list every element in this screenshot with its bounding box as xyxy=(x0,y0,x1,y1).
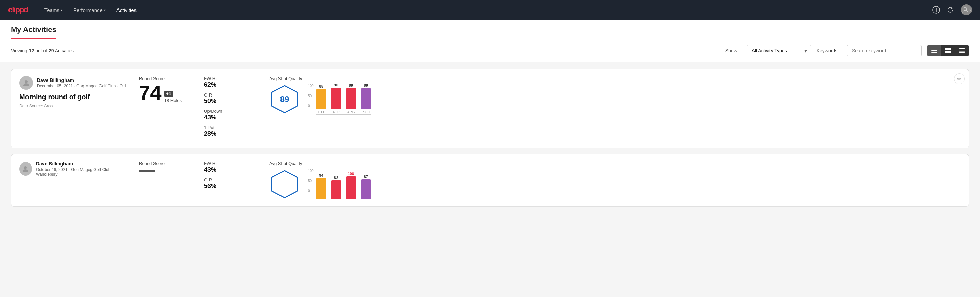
fw-hit-stat: FW Hit 62% xyxy=(204,76,258,88)
round-score-label: Round Score xyxy=(139,76,193,81)
nav-actions: ▾ xyxy=(932,5,972,15)
user-date: December 05, 2021 - Gog Magog Golf Club … xyxy=(37,84,126,88)
bar-putt-fill xyxy=(361,88,371,109)
activities-list: ✏ Dave Billingham December 05, 2021 - Go… xyxy=(0,62,980,219)
bar2-putt: 87 xyxy=(361,175,371,199)
activity-title: Morning round of golf xyxy=(19,93,128,101)
teams-chevron-icon: ▾ xyxy=(61,8,62,12)
svg-marker-18 xyxy=(272,171,298,198)
user-info: Dave Billingham December 05, 2021 - Gog … xyxy=(37,77,126,88)
bar2-ott: 94 xyxy=(317,173,326,199)
view-toggles xyxy=(927,45,969,56)
edit-button[interactable]: ✏ xyxy=(954,73,965,84)
svg-rect-13 xyxy=(959,51,965,52)
holes-label: 18 Holes xyxy=(164,98,182,103)
svg-rect-9 xyxy=(945,51,948,53)
hex-container-2 xyxy=(269,169,300,200)
activity-type-select[interactable]: All Activity Types xyxy=(747,45,811,56)
score-placeholder xyxy=(139,170,155,172)
page-title: My Activities xyxy=(11,25,56,39)
page-header: My Activities xyxy=(0,20,980,40)
activity-type-select-wrapper[interactable]: All Activity Types xyxy=(747,45,811,56)
refresh-button[interactable] xyxy=(947,6,954,14)
nav-teams[interactable]: Teams ▾ xyxy=(45,7,62,13)
keywords-label: Keywords: xyxy=(817,48,839,53)
bars-container-2: 94 82 106 xyxy=(317,169,371,200)
svg-point-15 xyxy=(25,80,27,83)
stats-group-2: FW Hit 43% GIR 56% xyxy=(204,161,258,194)
bar-ott-fill xyxy=(317,89,326,109)
svg-point-3 xyxy=(964,8,967,10)
asq-label: Avg Shot Quality xyxy=(269,76,371,81)
show-label: Show: xyxy=(725,48,738,53)
list-view-toggle[interactable] xyxy=(928,45,941,56)
svg-rect-4 xyxy=(931,49,937,49)
svg-rect-12 xyxy=(959,50,965,50)
svg-rect-11 xyxy=(959,48,965,49)
user-name: Dave Billingham xyxy=(37,77,126,83)
fw-hit-stat-2: FW Hit 43% xyxy=(204,161,258,173)
card-info-2: Dave Billingham October 16, 2021 - Gog M… xyxy=(19,161,128,180)
y-axis: 100 50 0 xyxy=(308,84,314,115)
one-putt-stat: 1 Putt 28% xyxy=(204,125,258,137)
activity-card-2: Dave Billingham October 16, 2021 - Gog M… xyxy=(11,154,969,207)
user-avatar[interactable]: ▾ xyxy=(961,5,972,15)
asq-label-2: Avg Shot Quality xyxy=(269,161,371,166)
bar-chart: 100 50 0 85 OTT xyxy=(308,84,371,115)
hex-container: 89 xyxy=(269,84,300,115)
bar-app: 90 APP xyxy=(331,83,341,114)
grid-view-toggle[interactable] xyxy=(941,45,955,56)
bars-container: 85 OTT 90 APP xyxy=(317,84,371,115)
user-avatar-2 xyxy=(19,162,32,176)
hexagon-svg-2 xyxy=(269,169,300,200)
svg-point-17 xyxy=(24,166,27,169)
performance-chevron-icon: ▾ xyxy=(104,8,106,12)
bar-arg: 89 ARG xyxy=(346,83,356,114)
user-dropdown-chevron: ▾ xyxy=(969,8,971,12)
hex-score: 89 xyxy=(280,94,289,104)
data-source: Data Source: Arccos xyxy=(19,104,128,109)
user-info-2: Dave Billingham October 16, 2021 - Gog M… xyxy=(36,161,128,177)
svg-rect-10 xyxy=(948,51,951,53)
y-axis-2: 100 50 0 xyxy=(308,169,314,200)
svg-rect-8 xyxy=(948,48,951,50)
avg-shot-section: Avg Shot Quality 89 100 50 xyxy=(269,76,961,115)
stats-group: FW Hit 62% GIR 50% Up/Down 43% 1 Putt 28… xyxy=(204,76,258,141)
score-badge: +4 xyxy=(164,91,173,97)
card-info: Dave Billingham December 05, 2021 - Gog … xyxy=(19,76,128,109)
gir-stat-2: GIR 56% xyxy=(204,177,258,190)
add-button[interactable] xyxy=(932,6,940,14)
score-number: 74 xyxy=(139,83,162,103)
updown-stat: Up/Down 43% xyxy=(204,109,258,121)
keyword-input[interactable] xyxy=(847,45,921,56)
filters-bar: Viewing 12 out of 29 Activities Show: Al… xyxy=(0,40,980,62)
gir-stat: GIR 50% xyxy=(204,93,258,105)
nav-performance[interactable]: Performance ▾ xyxy=(73,7,106,13)
logo: clippd xyxy=(8,5,28,14)
round-score-label-2: Round Score xyxy=(139,161,193,166)
nav-activities[interactable]: Activities xyxy=(116,7,137,13)
user-avatar xyxy=(19,76,33,90)
navbar: clippd Teams ▾ Performance ▾ Activities xyxy=(0,0,980,20)
bar2-app: 82 xyxy=(331,176,341,199)
viewing-count-text: Viewing 12 out of 29 Activities xyxy=(11,48,74,53)
svg-rect-6 xyxy=(931,52,937,53)
user-name-2: Dave Billingham xyxy=(36,161,128,166)
bar-app-fill xyxy=(331,88,341,109)
bar-chart-2: 100 50 0 94 82 xyxy=(308,169,371,200)
user-date-2: October 16, 2021 - Gog Magog Golf Club -… xyxy=(36,167,128,177)
compact-view-toggle[interactable] xyxy=(955,45,969,56)
svg-rect-5 xyxy=(931,50,937,51)
avg-shot-quality-2: Avg Shot Quality 100 50 0 xyxy=(269,161,371,200)
bar-ott: 85 OTT xyxy=(317,84,326,114)
avg-shot-section-2: Avg Shot Quality 100 50 0 xyxy=(269,161,961,200)
avg-shot-quality: Avg Shot Quality 89 100 50 xyxy=(269,76,371,115)
svg-rect-7 xyxy=(945,48,948,50)
activity-card: ✏ Dave Billingham December 05, 2021 - Go… xyxy=(11,69,969,148)
round-score-section: Round Score 74 +4 18 Holes xyxy=(139,76,193,103)
round-score-section-2: Round Score xyxy=(139,161,193,172)
bar2-arg: 106 xyxy=(346,172,356,199)
bar-arg-fill xyxy=(346,88,356,109)
svg-rect-14 xyxy=(959,52,965,53)
bar-putt: 89 PUTT xyxy=(361,83,371,114)
